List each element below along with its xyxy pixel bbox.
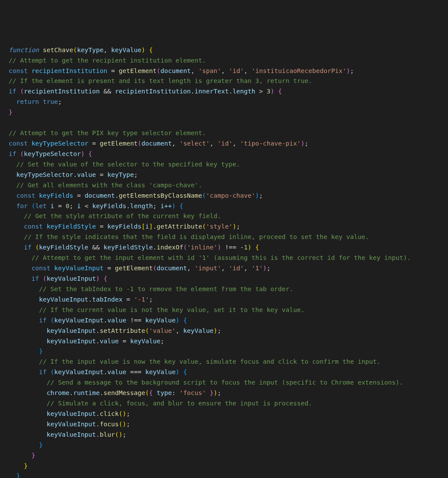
var-ref: keyFieldStyle <box>39 244 89 251</box>
keyword-function: function <box>9 46 39 53</box>
string-1: '1' <box>252 265 263 272</box>
number-1: 1 <box>244 244 248 251</box>
var-i: i <box>50 202 54 209</box>
var-keytypeselector: keyTypeSelector <box>31 140 88 147</box>
prop-tabindex: tabIndex <box>92 296 123 303</box>
keyword-if: if <box>39 368 46 375</box>
op-and: && <box>103 88 111 95</box>
comment: // Get all elements with the class 'camp… <box>16 182 202 189</box>
comment: // Simulate a click, focus, and blur to … <box>46 400 312 407</box>
var-ref: keyTypeSelector <box>24 150 81 157</box>
comment: // If the element is present and its tex… <box>9 77 312 84</box>
comment: // Get the style attribute of the curren… <box>24 212 221 219</box>
prop-value: value <box>100 338 119 345</box>
op-lt: < <box>85 202 89 209</box>
string-focus: 'focus' <box>179 389 206 396</box>
comment: // Attempt to get the recipient institut… <box>9 57 206 64</box>
comment: // If the current value is not the key v… <box>39 306 305 313</box>
op-and: && <box>92 244 100 251</box>
key-type: type <box>157 389 172 396</box>
string-id: 'id' <box>229 265 244 272</box>
code-editor[interactable]: function setChave(keyType, keyValue) { /… <box>9 45 439 478</box>
var-ref: recipientInstitution <box>115 88 191 95</box>
number-0: 0 <box>66 202 70 209</box>
fn-indexof: indexOf <box>157 244 183 251</box>
var-ref: keyValueInput <box>46 421 96 428</box>
var-ref: keyValueInput <box>46 410 96 417</box>
prop-value: value <box>107 368 126 375</box>
keyword-let: let <box>35 202 46 209</box>
prop-runtime: runtime <box>73 389 100 396</box>
arg-document: document <box>160 67 191 74</box>
var-recipientinstitution: recipientInstitution <box>31 67 107 74</box>
var-keyvalueinput: keyValueInput <box>54 265 104 272</box>
string-id: 'id' <box>229 67 244 74</box>
var-ref: keyValue <box>145 317 176 324</box>
var-ref: keyValueInput <box>54 368 104 375</box>
var-ref: keyValue <box>130 338 160 345</box>
fn-getelement: getElement <box>119 67 156 74</box>
fn-blur: blur <box>100 431 115 438</box>
var-ref: keyValueInput <box>46 275 96 282</box>
var-ref: keyFields <box>107 223 142 230</box>
comment: // Set the value of the selector to the … <box>16 161 240 168</box>
var-ref: recipientInstitution <box>24 88 100 95</box>
var-i: i <box>145 223 149 230</box>
var-ref: keyFields <box>92 202 126 209</box>
var-ref: keyValueInput <box>54 317 104 324</box>
fn-click: click <box>100 410 119 417</box>
fn-getattribute: getAttribute <box>157 223 202 230</box>
keyword-if: if <box>24 244 31 251</box>
var-ref: keyValueInput <box>39 296 89 303</box>
keyword-const: const <box>9 140 28 147</box>
var-ref: keyFieldStyle <box>103 244 153 251</box>
keyword-if: if <box>31 275 39 282</box>
fn-getelement: getElement <box>100 140 138 147</box>
param-keyvalue: keyValue <box>111 46 142 53</box>
op-neq: !== <box>130 317 141 324</box>
var-ref: keyValue <box>145 368 176 375</box>
fn-setattribute: setAttribute <box>100 327 146 334</box>
var-ref: keyValueInput <box>46 431 96 438</box>
var-ref: keyValueInput <box>46 338 96 345</box>
comment: // Send a message to the background scri… <box>46 379 403 386</box>
comment: // Attempt to get the PIX key type selec… <box>9 129 206 136</box>
param-keytype: keyType <box>77 46 103 53</box>
prop-innertext: innerText <box>195 88 229 95</box>
prop-value: value <box>77 171 96 178</box>
arg-document: document <box>142 140 172 147</box>
string-span: 'span' <box>199 67 221 74</box>
var-ref: keyType <box>107 171 134 178</box>
var-ref: keyValueInput <box>46 327 96 334</box>
string-instituicao: 'instituicaoRecebedorPix' <box>252 67 346 74</box>
var-keyfields: keyFields <box>39 192 73 199</box>
string-neg1: '-1' <box>134 296 149 303</box>
literal-true: true <box>43 98 58 105</box>
arg-document: document <box>157 265 187 272</box>
prop-length: length <box>232 88 255 95</box>
prop-value: value <box>107 317 126 324</box>
function-name: setChave <box>43 46 73 53</box>
var-keyfieldstyle: keyFieldStyle <box>46 223 96 230</box>
keyword-const: const <box>16 192 35 199</box>
keyword-const: const <box>9 67 28 74</box>
keyword-if: if <box>9 88 16 95</box>
inc-expr: i++ <box>160 202 172 209</box>
keyword-return: return <box>16 98 39 105</box>
fn-sendmessage: sendMessage <box>103 389 145 396</box>
keyword-if: if <box>9 150 16 157</box>
string-value: 'value' <box>149 327 176 334</box>
comment: // Attempt to get the input element with… <box>31 254 411 261</box>
fn-getelement: getElement <box>115 265 153 272</box>
keyword-const: const <box>31 265 50 272</box>
string-campochave: 'campo-chave' <box>206 192 256 199</box>
fn-focus: focus <box>100 421 119 428</box>
string-select: 'select' <box>179 140 210 147</box>
var-ref: keyTypeSelector <box>16 171 73 178</box>
comment: // If the input value is now the key val… <box>39 358 381 365</box>
var-ref: keyValue <box>183 327 214 334</box>
op-neq: !== <box>225 244 236 251</box>
keyword-const: const <box>24 223 43 230</box>
string-tipochave: 'tipo-chave-pix' <box>240 140 301 147</box>
string-inline: 'inline' <box>187 244 217 251</box>
